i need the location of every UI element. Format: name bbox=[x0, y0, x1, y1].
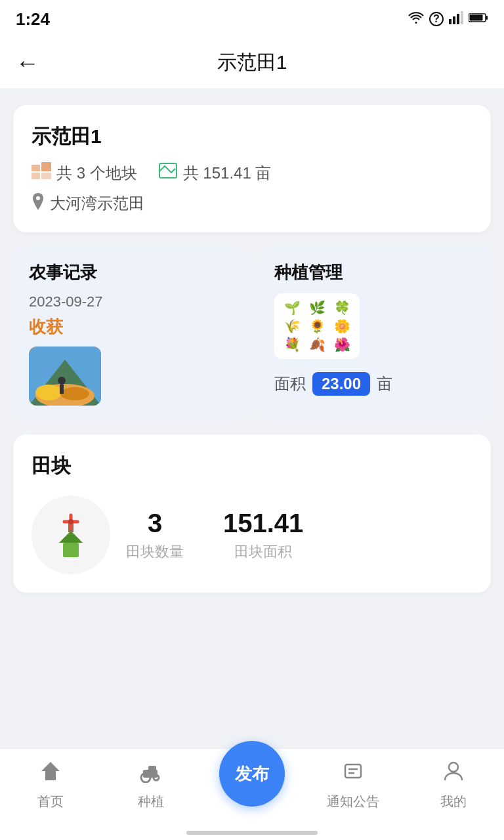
tab-notice[interactable]: 通知公告 bbox=[303, 759, 404, 810]
grid-cell-3: 🍀 bbox=[331, 300, 353, 316]
field-count-stat: 3 田块数量 bbox=[126, 509, 184, 562]
location-icon bbox=[32, 193, 45, 214]
tab-publish[interactable]: 发布 bbox=[201, 741, 303, 807]
field-stats: 3 田块数量 151.41 田块面积 bbox=[126, 509, 303, 562]
planting-management-card[interactable]: 种植管理 🌱 🌿 🍀 🌾 🌻 🌼 💐 🍂 🌺 面积 23.00 bbox=[259, 245, 491, 421]
block-count-stat: 共 3 个地块 bbox=[32, 162, 137, 184]
tab-plant[interactable]: 种植 bbox=[101, 759, 202, 810]
farm-records-title: 农事记录 bbox=[29, 261, 230, 284]
area-icon bbox=[158, 162, 178, 184]
svg-point-16 bbox=[35, 385, 62, 400]
record-type: 收获 bbox=[29, 316, 230, 339]
tab-bar: 首页 种植 发布 通知 bbox=[0, 748, 504, 840]
svg-point-25 bbox=[68, 519, 74, 524]
svg-rect-10 bbox=[41, 173, 51, 179]
area-text: 共 151.41 亩 bbox=[183, 163, 272, 184]
svg-rect-3 bbox=[461, 11, 463, 24]
svg-rect-1 bbox=[453, 16, 455, 24]
svg-rect-6 bbox=[470, 14, 483, 20]
location-text: 大河湾示范田 bbox=[50, 193, 144, 214]
svg-rect-27 bbox=[148, 766, 156, 771]
field-area-value: 151.41 bbox=[223, 509, 303, 538]
svg-point-18 bbox=[58, 377, 66, 385]
record-image bbox=[29, 346, 101, 406]
field-count-value: 3 bbox=[148, 509, 162, 538]
planting-title: 种植管理 bbox=[274, 261, 475, 284]
grid-cell-8: 🍂 bbox=[306, 337, 328, 352]
farm-info-card: 示范田1 共 3 个地块 bbox=[13, 105, 491, 232]
svg-rect-7 bbox=[32, 165, 40, 171]
grid-cell-7: 💐 bbox=[281, 337, 303, 352]
publish-button[interactable]: 发布 bbox=[219, 741, 285, 807]
svg-marker-21 bbox=[59, 531, 83, 543]
tab-home-label: 首页 bbox=[37, 793, 64, 810]
grid-cell-5: 🌻 bbox=[306, 318, 328, 334]
field-item: 3 田块数量 151.41 田块面积 bbox=[32, 495, 472, 574]
two-column-row: 农事记录 2023-09-27 收获 bbox=[13, 245, 491, 421]
field-icon-circle bbox=[32, 495, 110, 574]
field-area-label: 田块面积 bbox=[234, 542, 292, 562]
main-content: 示范田1 共 3 个地块 bbox=[0, 89, 504, 726]
farm-location: 大河湾示范田 bbox=[32, 193, 472, 214]
grid-cell-1: 🌱 bbox=[281, 300, 303, 316]
svg-rect-8 bbox=[32, 173, 40, 179]
farm-stats: 共 3 个地块 共 151.41 亩 bbox=[32, 162, 472, 184]
field-count-label: 田块数量 bbox=[126, 542, 184, 562]
tab-plant-label: 种植 bbox=[138, 793, 164, 810]
battery-icon bbox=[469, 12, 488, 26]
svg-rect-20 bbox=[63, 543, 79, 557]
status-time: 1:24 bbox=[16, 9, 50, 30]
farm-records-card[interactable]: 农事记录 2023-09-27 收获 bbox=[13, 245, 245, 421]
question-icon: ? bbox=[429, 12, 444, 26]
area-value-badge: 23.00 bbox=[312, 372, 370, 396]
grid-cell-2: 🌿 bbox=[306, 300, 328, 316]
svg-rect-2 bbox=[457, 14, 459, 24]
home-icon bbox=[39, 759, 62, 789]
status-icons: ? bbox=[408, 11, 488, 28]
home-indicator bbox=[186, 831, 318, 835]
notice-icon bbox=[341, 759, 365, 789]
wifi-icon bbox=[408, 11, 424, 28]
grid-cell-9: 🌺 bbox=[331, 337, 353, 352]
fields-title: 田块 bbox=[32, 453, 472, 480]
page-title: 示范田1 bbox=[217, 49, 287, 76]
field-area-stat: 151.41 田块面积 bbox=[223, 509, 303, 562]
svg-rect-0 bbox=[449, 19, 452, 24]
svg-rect-5 bbox=[486, 16, 488, 20]
plant-icon bbox=[139, 759, 163, 789]
back-button[interactable]: ← bbox=[16, 51, 39, 75]
svg-rect-9 bbox=[41, 162, 51, 171]
status-bar: 1:24 ? bbox=[0, 0, 504, 37]
block-count-text: 共 3 个地块 bbox=[56, 163, 137, 184]
signal-icon bbox=[449, 11, 463, 28]
mine-icon bbox=[442, 759, 465, 789]
svg-point-33 bbox=[449, 763, 458, 772]
planting-area-row: 面积 23.00 亩 bbox=[274, 372, 475, 396]
farm-name: 示范田1 bbox=[32, 123, 472, 150]
planting-image-grid: 🌱 🌿 🍀 🌾 🌻 🌼 💐 🍂 🌺 bbox=[274, 293, 360, 359]
tab-home[interactable]: 首页 bbox=[0, 759, 101, 810]
record-date: 2023-09-27 bbox=[29, 293, 230, 310]
svg-point-17 bbox=[60, 387, 89, 400]
svg-rect-30 bbox=[345, 765, 361, 778]
area-suffix: 亩 bbox=[377, 373, 392, 394]
svg-rect-19 bbox=[60, 385, 64, 394]
block-icon bbox=[32, 162, 51, 184]
tab-notice-label: 通知公告 bbox=[327, 793, 379, 810]
svg-point-12 bbox=[36, 196, 40, 200]
nav-bar: ← 示范田1 bbox=[0, 37, 504, 89]
area-label: 面积 bbox=[274, 373, 306, 394]
fields-card: 田块 3 bbox=[13, 434, 491, 593]
grid-cell-6: 🌼 bbox=[331, 318, 353, 334]
publish-button-label: 发布 bbox=[235, 763, 269, 786]
grid-cell-4: 🌾 bbox=[281, 318, 303, 334]
tab-mine-label: 我的 bbox=[440, 793, 467, 810]
tab-mine[interactable]: 我的 bbox=[403, 759, 504, 810]
area-stat: 共 151.41 亩 bbox=[158, 162, 272, 184]
